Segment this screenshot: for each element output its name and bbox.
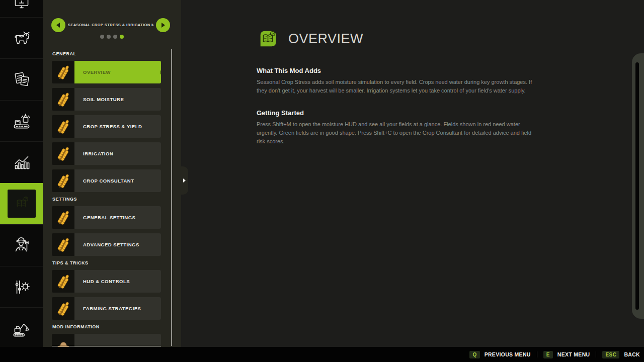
item-icon-box [52, 115, 74, 138]
shortcut-label: PREVIOUS MENU [485, 351, 531, 357]
sidebar-item-label: GENERAL SETTINGS [74, 206, 161, 229]
item-icon-box [52, 88, 74, 111]
rail-item-statistics[interactable] [0, 141, 43, 183]
monitor-icon [10, 0, 33, 15]
wheat-icon [56, 210, 71, 225]
sidebar-item-label: OVERVIEW [74, 61, 161, 83]
key-badge-e: E [543, 351, 553, 358]
section-body: Seasonal Crop Stress adds soil moisture … [257, 78, 538, 95]
left-icon-rail [0, 0, 43, 347]
sidebar-clip-line [52, 346, 161, 346]
shortcut-back[interactable]: ESC BACK [602, 351, 640, 358]
item-icon-box [52, 297, 74, 320]
section-label: MOD INFORMATION [52, 324, 161, 330]
page-title: OVERVIEW [288, 31, 363, 47]
carousel-dot[interactable] [107, 35, 111, 39]
item-icon-box [52, 334, 74, 347]
right-panel-edge-line [635, 62, 639, 310]
sidebar-item-irrigation[interactable]: IRRIGATION [52, 142, 161, 165]
rail-item-construction[interactable] [0, 307, 43, 347]
wheat-icon [56, 146, 71, 161]
sliders-gear-icon [10, 276, 33, 299]
excavator-icon [10, 317, 33, 340]
rail-item-contracts[interactable] [0, 58, 43, 100]
sidebar-item-advanced-settings[interactable]: ADVANCED SETTINGS [52, 233, 161, 256]
sidebar-item-crop-consultant[interactable]: CROP CONSULTANT [52, 169, 161, 192]
shortcut-next-menu[interactable]: E NEXT MENU [543, 351, 590, 358]
section-heading: What This Mod Adds [257, 67, 538, 74]
section-label: SETTINGS [52, 197, 161, 202]
item-icon-box [52, 206, 74, 229]
wheat-icon [56, 65, 71, 80]
cow-icon [10, 27, 33, 50]
item-icon-box [52, 270, 74, 293]
carousel-dot[interactable] [100, 35, 104, 39]
sidebar-menu: GENERAL OVERVIEW SOIL MOISTURE CROP STRE… [52, 50, 161, 347]
carousel-dot[interactable] [113, 35, 117, 39]
section-label: GENERAL [52, 51, 161, 57]
sidebar-item-hud-controls[interactable]: HUD & CONTROLS [52, 270, 161, 293]
carousel-prev-button[interactable] [51, 18, 65, 32]
farmer-icon [10, 234, 33, 257]
item-icon-box [52, 142, 74, 165]
carousel-next-button[interactable] [156, 18, 170, 32]
shortcut-previous-menu[interactable]: Q PREVIOUS MENU [469, 351, 530, 358]
section-label: TIPS & TRICKS [52, 260, 161, 266]
sidebar-collapse-handle[interactable] [181, 166, 188, 195]
sidebar-item-crop-stress-yield[interactable]: CROP STRESS & YIELD [52, 115, 161, 138]
item-icon-box [52, 233, 74, 256]
section-body: Press Shift+M to open the moisture HUD a… [257, 120, 538, 146]
wheat-icon [56, 92, 71, 107]
key-badge-esc: ESC [602, 351, 619, 358]
sidebar-scrollbar[interactable] [171, 49, 172, 346]
shortcut-label: NEXT MENU [557, 351, 590, 357]
help-book-icon [11, 193, 32, 214]
content-header: OVERVIEW [257, 27, 363, 50]
sidebar-item-label: SOIL MOISTURE [74, 88, 161, 111]
footer-bar: Q PREVIOUS MENU E NEXT MENU ESC BACK [0, 347, 644, 362]
key-badge-q: Q [469, 351, 479, 358]
selected-tile-square [8, 190, 36, 218]
help-book-icon [257, 27, 280, 50]
sidebar-item-general-settings[interactable]: GENERAL SETTINGS [52, 206, 161, 229]
documents-icon [10, 68, 33, 91]
sidebar-item-overview[interactable]: OVERVIEW [52, 61, 161, 83]
rail-item-animals[interactable] [0, 17, 43, 58]
rail-item-mod-settings[interactable] [0, 266, 43, 307]
arrow-right-icon [162, 23, 165, 28]
rail-item-farmer[interactable] [0, 224, 43, 265]
shortcut-label: BACK [624, 351, 640, 357]
footer-separator [537, 351, 537, 357]
sidebar-item-mod-info-partial[interactable] [52, 334, 161, 347]
sidebar-item-label: ADVANCED SETTINGS [74, 233, 161, 256]
rail-item-help-selected[interactable] [0, 183, 43, 224]
sidebar-item-soil-moisture[interactable]: SOIL MOISTURE [52, 88, 161, 111]
footer-separator [596, 351, 596, 357]
rail-item-monitor[interactable] [0, 0, 43, 17]
wheat-icon [56, 301, 71, 316]
selected-arrow-icon [160, 70, 161, 74]
sidebar-item-label: IRRIGATION [74, 142, 161, 165]
wheat-icon [56, 274, 71, 289]
carousel-dot[interactable] [120, 35, 124, 39]
item-icon-box [52, 61, 74, 83]
sidebar-item-label: FARMING STRATEGIES [74, 297, 161, 320]
carousel-title: SEASONAL CROP STRESS & IRRIGATION MA... [68, 23, 153, 27]
sidebar-item-label: HUD & CONTROLS [74, 270, 161, 293]
production-icon [10, 110, 33, 133]
sidebar-item-label [74, 334, 161, 347]
sidebar-item-farming-strategies[interactable]: FARMING STRATEGIES [52, 297, 161, 320]
rail-item-production[interactable] [0, 100, 43, 141]
bar-chart-icon [10, 151, 33, 174]
wheat-icon [56, 119, 71, 134]
wheat-icon [56, 237, 71, 252]
wheat-icon [56, 173, 71, 189]
carousel-dots [43, 35, 181, 39]
item-icon-box [52, 169, 74, 192]
sidebar-item-label: CROP STRESS & YIELD [74, 115, 161, 138]
arrow-left-icon [56, 23, 60, 28]
section-heading: Getting Started [257, 109, 538, 117]
sidebar-item-label: CROP CONSULTANT [74, 169, 161, 192]
sidebar-panel: SEASONAL CROP STRESS & IRRIGATION MA... … [43, 0, 181, 347]
